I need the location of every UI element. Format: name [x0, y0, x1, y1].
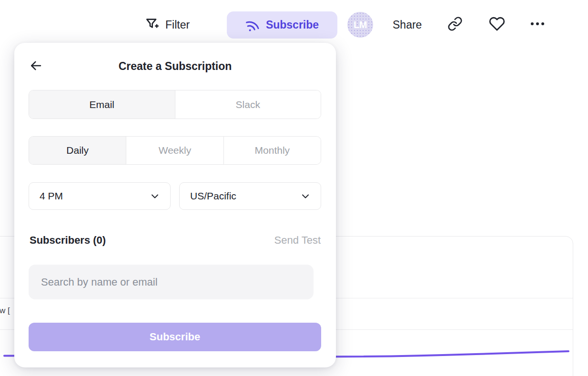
timezone-select-value: US/Pacific [190, 190, 236, 202]
share-label: Share [393, 19, 422, 31]
send-test-button[interactable]: Send Test [274, 234, 321, 247]
channel-tabs: Email Slack [29, 90, 321, 119]
subscribers-row: Subscribers (0) Send Test [30, 233, 321, 247]
ellipsis-icon [528, 15, 547, 35]
subscribers-count-label: Subscribers (0) [30, 234, 106, 247]
timezone-select[interactable]: US/Pacific [179, 182, 321, 210]
subscribe-toolbar-button[interactable]: Subscribe [227, 11, 337, 39]
copy-link-button[interactable] [446, 15, 465, 34]
share-button[interactable]: Share [393, 11, 422, 38]
more-options-button[interactable] [528, 15, 547, 34]
page: w [ Filter Sub [0, 0, 588, 376]
tab-monthly[interactable]: Monthly [223, 137, 321, 164]
filter-icon [144, 16, 160, 33]
chevron-down-icon [149, 190, 161, 202]
chevron-down-icon [300, 190, 311, 202]
modal-title: Create a Subscription [14, 60, 336, 73]
tab-weekly[interactable]: Weekly [126, 137, 223, 164]
tab-daily[interactable]: Daily [29, 137, 126, 164]
subscriber-search-input[interactable] [29, 265, 314, 299]
filter-label: Filter [165, 19, 190, 31]
tab-slack[interactable]: Slack [175, 90, 321, 119]
toolbar: Filter Subscribe LM Share [0, 0, 588, 49]
time-select-value: 4 PM [40, 190, 63, 202]
tab-email[interactable]: Email [29, 90, 175, 119]
rss-icon [243, 16, 262, 34]
avatar[interactable]: LM [347, 12, 373, 38]
heart-outline-icon [489, 16, 505, 34]
avatar-initials: LM [354, 20, 367, 30]
frequency-tabs: Daily Weekly Monthly [29, 136, 321, 165]
chain-link-icon [447, 16, 463, 33]
create-subscription-modal: Create a Subscription Email Slack Daily … [14, 43, 336, 367]
time-select[interactable]: 4 PM [29, 182, 171, 210]
subscribe-submit-button[interactable]: Subscribe [29, 323, 321, 351]
filter-button[interactable]: Filter [144, 11, 190, 38]
favorite-button[interactable] [487, 15, 507, 34]
subscribe-label: Subscribe [266, 19, 319, 31]
